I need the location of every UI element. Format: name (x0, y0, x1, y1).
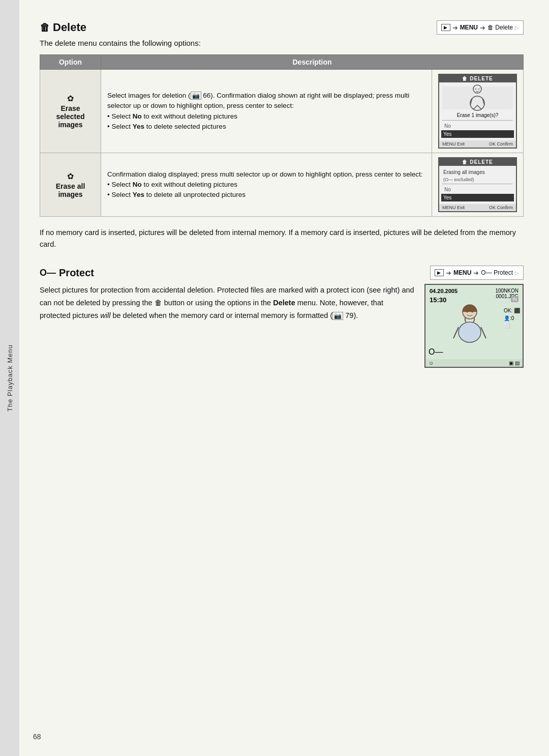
cam-person-svg (446, 303, 494, 348)
screen-body-2: Erasing all images (O— excluded) No Yes (439, 166, 516, 204)
divider-1 (442, 120, 513, 121)
cam-person-area (446, 303, 494, 348)
screen-footer-1: MENU Exit OK Confirm (439, 140, 516, 148)
erase-selected-label: Eraseselectedimages (46, 104, 95, 129)
cam-protect-icon: O— (429, 347, 443, 357)
main-content: 🗑 Delete ▶ ➜ MENU ➜ 🗑 Delete ▷ The delet… (19, 0, 549, 756)
screenshot-cell-1: 🗑 DELETE (432, 70, 524, 153)
option-cell-1: ✿ Eraseselectedimages (40, 70, 101, 153)
protect-end-arrow: ▷ (515, 270, 519, 276)
delete-bold-ref: Delete (273, 299, 295, 307)
person-illustration-1 (466, 84, 489, 112)
cam-time: 15:30 (430, 296, 446, 304)
footer-exit-2: MENU Exit (442, 205, 465, 210)
screen-body-1: Erase 1 image(s)? No Yes (439, 82, 516, 140)
trash-icon-small-2: 🗑 (462, 159, 468, 165)
option-cell-2: ✿ Erase allimages (40, 153, 101, 217)
desc-cell-1: Select images for deletion (📷 66). Confi… (101, 70, 432, 153)
col-option-header: Option (40, 55, 101, 70)
protect-title: O— Protect (40, 267, 94, 279)
yes-bold-2: Yes (133, 191, 144, 198)
screenshot-cell-2: 🗑 DELETE Erasing all images (O— excluded… (432, 153, 524, 217)
screen-header-1: 🗑 DELETE (439, 75, 516, 82)
erase-prompt-1: Erase 1 image(s)? (442, 111, 513, 119)
delete-title: 🗑 Delete (40, 21, 86, 34)
erasing-all-label: Erasing all images (442, 168, 513, 177)
will-italic: will (100, 311, 110, 319)
screen-footer-2: MENU Exit OK Confirm (439, 204, 516, 211)
svg-point-8 (467, 311, 468, 313)
trash-icon: 🗑 (40, 22, 50, 34)
cam-icons: 👤:0 (504, 315, 520, 321)
erase-selected-icon: ✿ (46, 94, 95, 103)
protect-title-text: Protect (59, 267, 94, 279)
ref-icon-protect: 📷 (332, 312, 343, 320)
delete-title-text: Delete (53, 21, 86, 34)
ok-info: OK: ⬛ (504, 308, 520, 313)
desc-cell-2: Confirmation dialog displayed; press mul… (101, 153, 432, 217)
play-button-icon: ▶ (441, 24, 450, 31)
table-row: ✿ Erase allimages Confirmation dialog di… (40, 153, 524, 217)
delete-section-header: 🗑 Delete ▶ ➜ MENU ➜ 🗑 Delete ▷ (40, 20, 524, 35)
breadcrumb-menu-label: MENU (460, 24, 478, 31)
cam-right-info: OK: ⬛ 👤:0 ⬜ (504, 308, 520, 329)
protect-section-header: O— Protect ▶ ➜ MENU ➜ O— Protect ▷ (40, 266, 524, 280)
svg-line-10 (453, 327, 459, 338)
protect-body-text: Select pictures for protection from acci… (40, 284, 414, 368)
protect-breadcrumb: ▶ ➜ MENU ➜ O— Protect ▷ (430, 266, 524, 280)
cam-bottom-bar: ☺ ▣ ▤ (425, 359, 523, 367)
footer-exit-1: MENU Exit (442, 141, 465, 147)
delete-breadcrumb: ▶ ➜ MENU ➜ 🗑 Delete ▷ (437, 20, 524, 35)
no-option-1: No (442, 122, 513, 130)
protect-breadcrumb-item: O— Protect (481, 269, 513, 276)
in-label: IN (511, 296, 518, 302)
cam-smiley: ☺ (429, 360, 434, 366)
excluded-label: (O— excluded) (442, 177, 513, 183)
protect-arrow2: ➜ (473, 269, 479, 277)
footer-confirm-2: OK Confirm (489, 205, 513, 210)
erase-all-label: Erase allimages (46, 182, 95, 198)
yes-option-2: Yes (441, 194, 514, 201)
no-bold-1: No (133, 112, 142, 120)
ref-icon-1: 📷 (191, 92, 201, 100)
svg-line-11 (481, 327, 486, 338)
protect-menu-label: MENU (453, 269, 471, 276)
divider-2 (442, 184, 513, 185)
yes-bold-1: Yes (133, 123, 144, 130)
delete-info-text: If no memory card is inserted, pictures … (40, 227, 524, 250)
sidebar-label: The Playback Menu (6, 344, 14, 412)
svg-point-5 (478, 89, 479, 90)
screen-header-title-2: DELETE (470, 159, 493, 165)
screen-mockup-2: 🗑 DELETE Erasing all images (O— excluded… (438, 157, 517, 212)
cam-date: 04.20.2005 (430, 288, 458, 294)
trash-icon-inline: 🗑 (155, 299, 162, 307)
protect-layout: Select pictures for protection from acci… (40, 284, 524, 368)
cam-icons2: ⬜ (504, 323, 520, 329)
protect-arrow1: ➜ (446, 269, 451, 277)
cam-bottom-icons: ▣ ▤ (509, 360, 520, 366)
camera-screen: 04.20.2005 100NKON0001.JPG 15:30 IN (424, 284, 524, 368)
delete-subtitle: The delete menu contains the following o… (40, 39, 524, 47)
erase-all-icon: ✿ (46, 171, 95, 181)
col-description-header: Description (101, 55, 524, 70)
svg-point-7 (459, 322, 481, 342)
protect-key-icon: O— (40, 268, 56, 278)
protect-play-button-icon: ▶ (435, 269, 444, 276)
protect-screenshot: 04.20.2005 100NKON0001.JPG 15:30 IN (424, 284, 524, 368)
breadcrumb-item: 🗑 Delete (487, 24, 513, 31)
footer-confirm-1: OK Confirm (489, 141, 513, 147)
breadcrumb-arrow2: ➜ (480, 24, 485, 32)
delete-table: Option Description ✿ Eraseselectedimages… (40, 54, 524, 217)
yes-option-1: Yes (441, 130, 514, 138)
breadcrumb-end: ▷ (515, 25, 519, 31)
trash-icon-small: 🗑 (462, 76, 468, 81)
svg-point-9 (472, 311, 473, 313)
page-container: The Playback Menu 🗑 Delete ▶ ➜ MENU ➜ 🗑 … (0, 0, 549, 756)
svg-point-4 (475, 89, 476, 90)
table-row: ✿ Eraseselectedimages Select images for … (40, 70, 524, 153)
no-option-2: No (442, 186, 513, 193)
svg-point-0 (473, 85, 481, 93)
screen-image-area-1 (442, 86, 513, 109)
sidebar-tab: The Playback Menu (0, 0, 19, 756)
screen-mockup-1: 🗑 DELETE (438, 74, 517, 149)
